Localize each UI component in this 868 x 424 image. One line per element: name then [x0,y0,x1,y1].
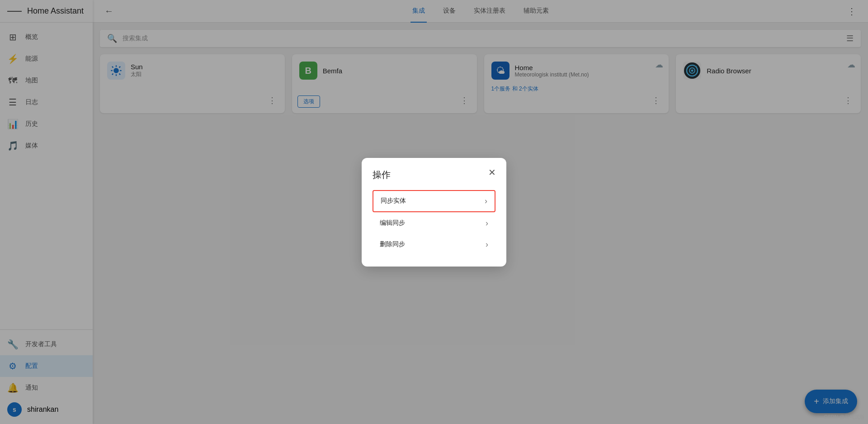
chevron-right-icon-sync: › [485,196,487,206]
dialog-item-sync-entity[interactable]: 同步实体 › [373,190,495,212]
watermark: CSDN @司马沉瀚 [824,414,864,420]
dialog-title: 操作 [373,169,495,181]
modal-overlay[interactable]: 操作 ✕ 同步实体 › 编辑同步 › 删除同步 › [0,0,868,424]
delete-sync-label: 删除同步 [380,240,405,248]
edit-sync-label: 编辑同步 [380,219,405,227]
dialog-close-button[interactable]: ✕ [485,165,499,180]
chevron-right-icon-delete: › [486,240,488,249]
dialog-item-edit-sync[interactable]: 编辑同步 › [373,213,495,233]
sync-entity-label: 同步实体 [381,197,406,205]
dialog-item-delete-sync[interactable]: 删除同步 › [373,234,495,255]
chevron-right-icon-edit: › [486,219,488,228]
actions-dialog: 操作 ✕ 同步实体 › 编辑同步 › 删除同步 › [362,158,506,267]
